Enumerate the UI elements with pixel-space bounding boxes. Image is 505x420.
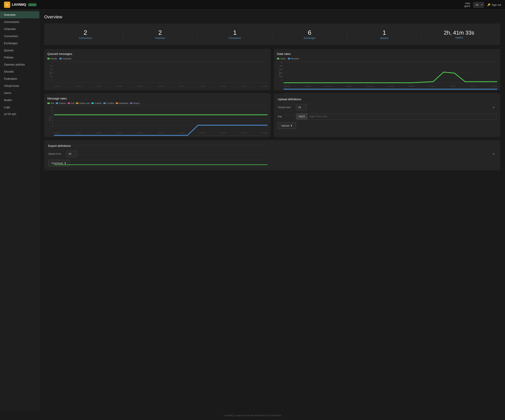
upload-file-label: File bbox=[278, 115, 294, 118]
stat-queues: 1 Queues bbox=[347, 27, 422, 41]
data-rates-y-axis: bytes/s bbox=[278, 71, 280, 76]
stat-exchanges: 6 Exchanges bbox=[272, 27, 347, 41]
export-vhost-row: Virtual host All bbox=[48, 151, 496, 157]
legend-receive-dot bbox=[288, 58, 290, 59]
upload-button[interactable]: Upload ⬆ bbox=[278, 122, 296, 129]
logo: L LAVINMQ v2.1.0 bbox=[4, 2, 37, 8]
legend-ack-dot bbox=[47, 102, 50, 104]
stat-queues-value: 1 bbox=[347, 29, 422, 36]
sidebar-item-nodes[interactable]: Nodes bbox=[0, 96, 39, 104]
data-rates-chart: 1K8006004002000 bytes/s bbox=[277, 61, 497, 85]
upload-vhost-row: Virtual host All bbox=[278, 104, 496, 110]
legend-send-dot bbox=[277, 58, 279, 59]
upload-vhost-select-wrapper: All bbox=[296, 104, 496, 110]
stat-consumers: 1 Consumers bbox=[198, 27, 272, 41]
logo-text: LAVINMQ bbox=[12, 3, 26, 6]
charts-row: Queued messages Ready Unacked 10.80.60.4… bbox=[44, 49, 500, 90]
user-name: guest bbox=[464, 5, 470, 7]
sidebar-item-overview[interactable]: Overview bbox=[0, 11, 39, 18]
sidebar-item-policies[interactable]: Policies bbox=[0, 54, 39, 61]
signout-icon: 🔑 bbox=[487, 3, 490, 6]
stat-channels-value: 2 bbox=[123, 29, 197, 36]
sidebar-item-http-api[interactable]: HTTP API bbox=[0, 111, 39, 118]
stat-consumers-value: 1 bbox=[198, 29, 272, 36]
stat-connections-label[interactable]: Connections bbox=[79, 37, 92, 39]
user-label: User bbox=[464, 2, 470, 5]
logo-icon: L bbox=[4, 2, 10, 8]
queued-messages-chart: 10.80.60.40.20 msgs bbox=[47, 61, 267, 85]
stat-channels: 2 Channels bbox=[123, 27, 198, 41]
export-vhost-select[interactable]: All bbox=[66, 151, 77, 157]
topbar: L LAVINMQ v2.1.0 User guest All 🔑 Sign o… bbox=[0, 0, 505, 10]
user-info: User guest bbox=[464, 2, 470, 7]
footer-text: LavinMQ is open source and developed by bbox=[224, 414, 269, 417]
sidebar-item-queues[interactable]: Queues bbox=[0, 47, 39, 54]
export-vhost-select-wrapper: All bbox=[66, 151, 496, 157]
app-body: OverviewConnectionsChannelsConsumersExch… bbox=[0, 10, 505, 411]
stat-connections: 2 Connections bbox=[48, 27, 123, 41]
upload-icon: ⬆ bbox=[290, 124, 293, 127]
vhost-select[interactable]: All bbox=[473, 2, 484, 8]
sidebar-item-users[interactable]: Users bbox=[0, 89, 39, 96]
stat-queues-label[interactable]: Queues bbox=[380, 37, 388, 39]
sidebar-item-operator-policies[interactable]: Operator policies bbox=[0, 61, 39, 68]
sidebar-item-exchanges[interactable]: Exchanges bbox=[0, 40, 39, 47]
upload-vhost-select[interactable]: All bbox=[296, 104, 307, 110]
legend-unacked-dot bbox=[59, 58, 62, 59]
message-rates-chart: 121086420 msgs/s bbox=[47, 106, 267, 132]
upload-label: Upload bbox=[281, 124, 289, 127]
sidebar-item-consumers[interactable]: Consumers bbox=[0, 32, 39, 40]
legend-unacked: Unacked bbox=[59, 57, 71, 60]
signout-button[interactable]: 🔑 Sign out bbox=[487, 3, 501, 6]
topbar-right: User guest All 🔑 Sign out bbox=[464, 2, 501, 8]
sidebar-item-virtual-hosts[interactable]: Virtual hosts bbox=[0, 82, 39, 89]
topbar-left: L LAVINMQ v2.1.0 bbox=[4, 2, 37, 8]
sidebar-item-connections[interactable]: Connections bbox=[0, 18, 39, 25]
legend-ready-dot bbox=[47, 58, 50, 59]
legend-ack: Ack bbox=[47, 102, 54, 104]
message-rates-y-axis: msgs/s bbox=[49, 116, 51, 122]
stats-card: 2 Connections 2 Channels 1 Consumers 6 E… bbox=[44, 24, 500, 45]
sidebar-item-logs[interactable]: Logs bbox=[0, 104, 39, 111]
data-rates-card: Data rates Send Receive 1K8006004002000 bbox=[274, 49, 500, 90]
main-content: Overview 2 Connections 2 Channels 1 Cons… bbox=[39, 10, 505, 411]
queued-messages-card: Queued messages Ready Unacked 10.80.60.4… bbox=[44, 49, 271, 90]
vhost-wrapper: All bbox=[473, 2, 484, 8]
queued-messages-legend: Ready Unacked bbox=[47, 57, 267, 60]
svg-text:L: L bbox=[6, 4, 8, 6]
version-badge: v2.1.0 bbox=[28, 3, 37, 6]
legend-ready-label: Ready bbox=[51, 57, 57, 60]
signout-label: Sign out bbox=[492, 3, 501, 6]
legend-receive: Receive bbox=[288, 57, 299, 60]
queued-msgs-y-axis: msgs bbox=[49, 71, 51, 75]
sidebar-item-shovels[interactable]: Shovels bbox=[0, 68, 39, 75]
footer: LavinMQ is open source and developed by … bbox=[0, 411, 505, 420]
stat-consumers-label[interactable]: Consumers bbox=[229, 37, 241, 39]
data-rates-title: Data rates bbox=[277, 52, 497, 56]
data-rates-legend: Send Receive bbox=[277, 57, 497, 60]
footer-brand: ⚙ bbox=[270, 414, 272, 417]
legend-send-label: Send bbox=[280, 57, 285, 60]
footer-brand-name: 88codes bbox=[272, 414, 281, 417]
sidebar: OverviewConnectionsChannelsConsumersExch… bbox=[0, 10, 39, 411]
upload-btn-row: Upload ⬆ bbox=[278, 122, 496, 129]
stat-connections-value: 2 bbox=[48, 29, 123, 36]
legend-unacked-label: Unacked bbox=[63, 57, 71, 60]
stat-exchanges-value: 6 bbox=[272, 29, 347, 36]
stat-channels-label[interactable]: Channels bbox=[155, 37, 165, 39]
queued-messages-title: Queued messages bbox=[47, 52, 267, 56]
sidebar-item-channels[interactable]: Channels bbox=[0, 25, 39, 32]
sidebar-item-federation[interactable]: Federation bbox=[0, 75, 39, 82]
stat-uptime: 2h, 41m 33s Uptime bbox=[422, 28, 496, 41]
legend-ready: Ready bbox=[47, 57, 57, 60]
stat-exchanges-label[interactable]: Exchanges bbox=[304, 37, 316, 39]
legend-ack-label: Ack bbox=[51, 102, 54, 104]
legend-send: Send bbox=[277, 57, 285, 60]
page-title: Overview bbox=[44, 14, 500, 19]
stat-uptime-value: 2h, 41m 33s bbox=[422, 30, 496, 36]
legend-receive-label: Receive bbox=[291, 57, 299, 60]
stat-uptime-label: Uptime bbox=[455, 36, 463, 39]
